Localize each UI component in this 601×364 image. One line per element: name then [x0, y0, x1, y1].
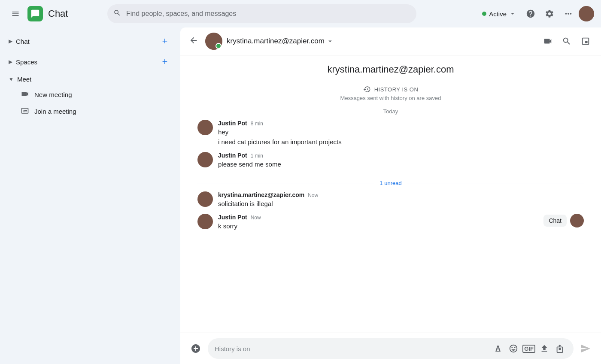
- avatar-image: [579, 6, 594, 21]
- msg-text-1b: i need cat pictures for an important pro…: [218, 137, 584, 147]
- search-chat-icon: [562, 36, 571, 46]
- emoji-icon: [509, 344, 518, 353]
- join-meeting-icon: [21, 106, 29, 116]
- sidebar-chat-label: Chat: [16, 38, 30, 45]
- input-wrapper: A GIF: [208, 338, 574, 359]
- join-meeting-label: Join a meeting: [34, 108, 76, 115]
- msg-header-4: Justin Pot Now: [218, 214, 538, 221]
- hamburger-button[interactable]: [7, 5, 24, 22]
- upload-icon: [540, 344, 549, 353]
- sidebar-chat-section: ▶ Chat +: [0, 31, 180, 52]
- contact-email-label: krystina.martinez@zapier.com: [227, 37, 325, 46]
- unread-divider: 1 unread: [197, 180, 584, 186]
- chat-header-actions: [539, 33, 594, 50]
- format-text-button[interactable]: A: [491, 342, 505, 355]
- format-text-icon: A: [495, 345, 501, 352]
- msg-content-2: Justin Pot 1 min please send me some: [218, 152, 584, 170]
- chat-body: krystina.martinez@zapier.com HISTORY IS …: [180, 55, 601, 333]
- video-call-button[interactable]: [539, 33, 556, 50]
- sidebar: ▶ Chat + ▶ Spaces + ▼ Meet: [0, 27, 180, 364]
- arrow-right-spaces-icon: ▶: [9, 59, 12, 65]
- plus-circle-icon: [191, 343, 201, 354]
- emoji-button[interactable]: [507, 342, 520, 355]
- send-icon: [580, 343, 591, 354]
- new-meeting-label: New meeting: [34, 91, 72, 98]
- status-button[interactable]: Active: [478, 7, 520, 21]
- help-button[interactable]: [522, 5, 539, 22]
- history-banner: HISTORY IS ON Messages sent with history…: [197, 85, 584, 101]
- msg-avatar-justin-2: [197, 152, 213, 167]
- arrow-right-icon: ▶: [9, 38, 12, 44]
- upload-button[interactable]: [537, 342, 551, 355]
- apps-button[interactable]: [560, 5, 577, 22]
- send-button[interactable]: [577, 340, 594, 357]
- history-sub: Messages sent with history on are saved: [340, 95, 441, 101]
- msg-author-1: Justin Pot: [218, 120, 247, 127]
- history-banner-row: HISTORY IS ON: [363, 85, 419, 93]
- sidebar-item-spaces[interactable]: ▶ Spaces +: [3, 52, 177, 72]
- sidebar-meet-section: ▼ Meet New meeting Join a meeting: [0, 72, 180, 120]
- message-input[interactable]: [215, 345, 488, 352]
- msg-header-2: Justin Pot 1 min: [218, 152, 584, 159]
- sidebar-item-new-meeting[interactable]: New meeting: [3, 86, 177, 103]
- contact-avatar-image: [205, 33, 222, 50]
- gif-icon: GIF: [522, 345, 535, 353]
- msg-author-2: Justin Pot: [218, 152, 247, 159]
- gif-button[interactable]: GIF: [522, 342, 536, 355]
- msg-content-1: Justin Pot 8 min hey i need cat pictures…: [218, 120, 584, 147]
- contact-header-info: krystina.martinez@zapier.com: [197, 64, 584, 75]
- msg-text-3a: solicitation is illegal: [218, 199, 584, 209]
- sidebar-spaces-section: ▶ Spaces +: [0, 52, 180, 72]
- contact-header-name: krystina.martinez@zapier.com: [328, 64, 454, 75]
- msg-author-4: Justin Pot: [218, 214, 247, 221]
- sidebar-item-meet[interactable]: ▼ Meet: [3, 72, 177, 86]
- app-title: Chat: [48, 8, 68, 19]
- msg-text-4a: k sorry: [218, 221, 538, 231]
- history-label: HISTORY IS ON: [374, 86, 419, 93]
- today-label: Today: [197, 108, 584, 115]
- contact-avatar: [205, 33, 222, 50]
- msg-text-2a: please send me some: [218, 160, 584, 170]
- msg-avatar-justin-4: [197, 214, 213, 229]
- sidebar-item-join-meeting[interactable]: Join a meeting: [3, 103, 177, 120]
- msg-content-4: Justin Pot Now k sorry: [218, 214, 538, 231]
- video-message-button[interactable]: [553, 342, 567, 355]
- add-attachment-button[interactable]: [187, 340, 204, 357]
- message-group-2: Justin Pot 1 min please send me some: [197, 152, 584, 170]
- add-space-button[interactable]: +: [158, 55, 172, 69]
- contact-name-button[interactable]: krystina.martinez@zapier.com: [227, 37, 334, 46]
- sidebar-item-chat[interactable]: ▶ Chat +: [3, 31, 177, 52]
- msg-avatar-krys: [197, 191, 213, 207]
- msg-time-2: 1 min: [251, 153, 263, 159]
- top-bar: Chat Active: [0, 0, 601, 27]
- unread-label: 1 unread: [379, 180, 401, 186]
- search-input[interactable]: [107, 4, 416, 23]
- layout-icon: [581, 36, 590, 46]
- msg-content-3: krystina.martinez@zapier.com Now solicit…: [218, 191, 584, 209]
- arrow-down-meet-icon: ▼: [9, 76, 14, 82]
- video-message-icon: [555, 344, 565, 353]
- msg-time-1: 8 min: [251, 121, 263, 127]
- message-group-4: Justin Pot Now k sorry Chat: [197, 214, 584, 231]
- app-logo: [27, 6, 43, 21]
- msg-header-3: krystina.martinez@zapier.com Now: [218, 191, 584, 198]
- msg-avatar-justin-1: [197, 120, 213, 135]
- chat-area: krystina.martinez@zapier.com: [180, 27, 601, 364]
- grid-icon: [564, 9, 573, 18]
- settings-button[interactable]: [541, 5, 558, 22]
- user-avatar[interactable]: [579, 6, 594, 21]
- unread-line-right: [407, 183, 584, 183]
- message-group-1: Justin Pot 8 min hey i need cat pictures…: [197, 120, 584, 147]
- search-chat-button[interactable]: [558, 33, 575, 50]
- search-bar-container: [107, 4, 416, 23]
- layout-button[interactable]: [577, 33, 594, 50]
- chat-header: krystina.martinez@zapier.com: [180, 27, 601, 55]
- back-button[interactable]: [187, 34, 200, 49]
- avatar-small-right: [570, 214, 584, 228]
- message-group-3: krystina.martinez@zapier.com Now solicit…: [197, 191, 584, 209]
- add-chat-button[interactable]: +: [158, 34, 172, 48]
- msg-header-1: Justin Pot 8 min: [218, 120, 584, 127]
- chat-logo-icon: [30, 9, 40, 18]
- sidebar-meet-label: Meet: [17, 76, 31, 83]
- history-icon: [363, 85, 371, 93]
